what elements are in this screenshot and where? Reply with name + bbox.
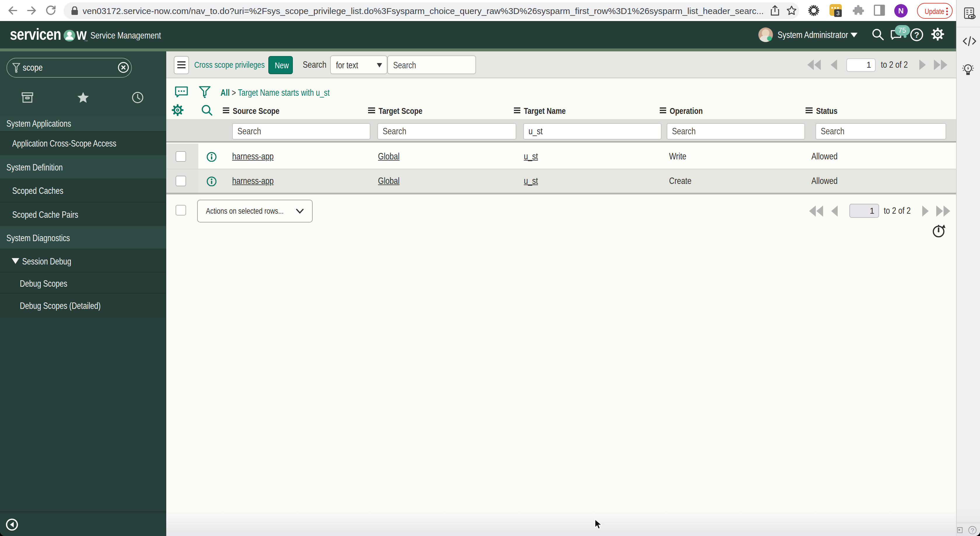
svg-text:?: ? — [914, 30, 919, 40]
